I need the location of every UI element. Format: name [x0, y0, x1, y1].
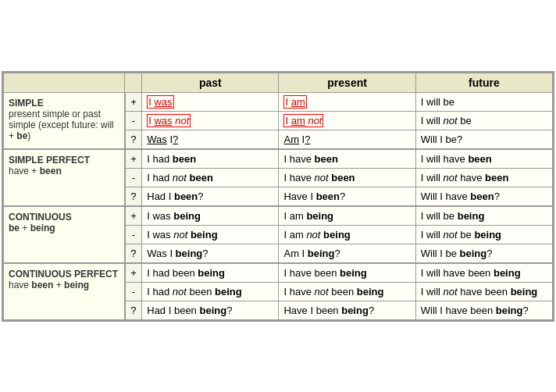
category-name: SIMPLE PERFECT: [9, 155, 119, 166]
header-present: present: [279, 73, 415, 92]
sign-cell: ?: [125, 187, 142, 206]
past-cell: I had not been being: [142, 282, 279, 301]
header-past: past: [142, 73, 279, 92]
sign-cell: +: [125, 263, 142, 283]
header-category: [4, 73, 125, 92]
grammar-table: past present future SIMPLEpresent simple…: [2, 71, 554, 322]
future-cell: I will be: [415, 92, 552, 111]
present-cell: Have I been?: [279, 187, 415, 206]
sign-cell: ?: [125, 130, 142, 149]
category-detail: have + been: [9, 166, 119, 176]
future-cell: I will not be being: [415, 225, 552, 244]
future-cell: Will I be being?: [415, 244, 552, 263]
future-cell: I will not have been: [415, 168, 552, 187]
present-cell: Have I been being?: [279, 301, 415, 319]
category-cell-1: SIMPLE PERFECThave + been: [4, 149, 125, 206]
past-cell: I was being: [142, 206, 279, 226]
past-cell: I had been: [142, 149, 279, 169]
present-cell: I have been: [279, 149, 415, 169]
future-cell: I will have been: [415, 149, 552, 169]
present-cell: I have not been: [279, 168, 415, 187]
future-cell: I will be being: [415, 206, 552, 226]
past-cell: Was I being?: [142, 244, 279, 263]
future-cell: Will I be?: [415, 130, 552, 149]
past-cell: I had been being: [142, 263, 279, 283]
future-cell: I will not have been being: [415, 282, 552, 301]
future-cell: I will not be: [415, 111, 552, 130]
category-detail: have been + being: [9, 280, 119, 290]
past-cell: I was not: [142, 111, 279, 130]
past-cell: I was not being: [142, 225, 279, 244]
category-name: CONTINUOUS: [9, 212, 119, 223]
present-cell: I am: [279, 92, 415, 111]
sign-cell: +: [125, 206, 142, 226]
sign-cell: -: [125, 111, 142, 130]
present-cell: Am I being?: [279, 244, 415, 263]
sign-cell: ?: [125, 244, 142, 263]
future-cell: Will I have been?: [415, 187, 552, 206]
category-name: SIMPLE: [9, 98, 119, 109]
present-cell: I am not being: [279, 225, 415, 244]
past-cell: I was: [142, 92, 279, 111]
header-sign: [125, 73, 142, 92]
past-cell: I had not been: [142, 168, 279, 187]
category-detail: be + being: [9, 223, 119, 233]
present-cell: Am I?: [279, 130, 415, 149]
sign-cell: -: [125, 282, 142, 301]
present-cell: I have not been being: [279, 282, 415, 301]
sign-cell: -: [125, 168, 142, 187]
sign-cell: ?: [125, 301, 142, 319]
category-cell-3: CONTINUOUS PERFECThave been + being: [4, 263, 125, 320]
present-cell: I am being: [279, 206, 415, 226]
category-cell-2: CONTINUOUSbe + being: [4, 206, 125, 263]
sign-cell: -: [125, 225, 142, 244]
category-name: CONTINUOUS PERFECT: [9, 269, 119, 280]
past-cell: Was I?: [142, 130, 279, 149]
present-cell: I have been being: [279, 263, 415, 283]
future-cell: I will have been being: [415, 263, 552, 283]
sign-cell: +: [125, 92, 142, 111]
present-cell: I am not: [279, 111, 415, 130]
future-cell: Will I have been being?: [415, 301, 552, 319]
category-cell-0: SIMPLEpresent simple or past simple (exc…: [4, 92, 125, 149]
sign-cell: +: [125, 149, 142, 169]
past-cell: Had I been being?: [142, 301, 279, 319]
category-detail: present simple or past simple (except fu…: [9, 109, 119, 141]
header-future: future: [415, 73, 552, 92]
past-cell: Had I been?: [142, 187, 279, 206]
